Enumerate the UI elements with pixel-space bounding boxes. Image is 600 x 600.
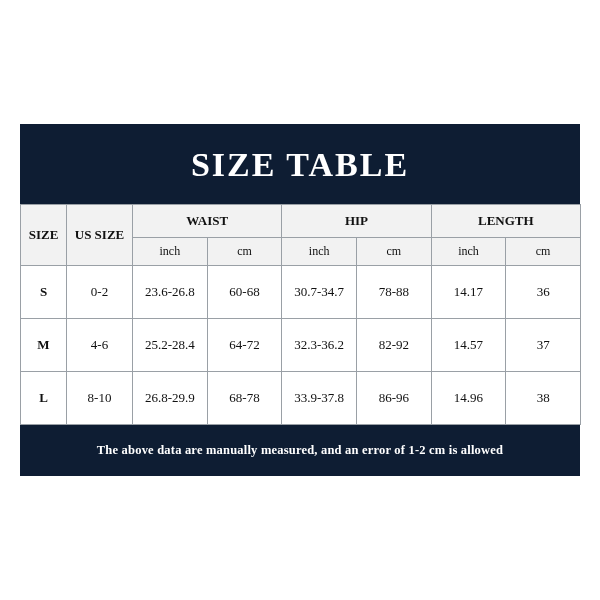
cell-len-cm: 36	[506, 266, 581, 319]
cell-us-size: 0-2	[67, 266, 133, 319]
cell-waist-in: 26.8-29.9	[133, 372, 208, 425]
header-waist: WAIST	[133, 205, 282, 238]
cell-waist-in: 25.2-28.4	[133, 319, 208, 372]
header-hip-cm: cm	[356, 238, 431, 266]
cell-waist-in: 23.6-26.8	[133, 266, 208, 319]
table-row: L 8-10 26.8-29.9 68-78 33.9-37.8 86-96 1…	[21, 372, 581, 425]
header-waist-cm: cm	[207, 238, 282, 266]
header-len-inch: inch	[431, 238, 506, 266]
footer-note: The above data are manually measured, an…	[20, 425, 580, 476]
header-waist-inch: inch	[133, 238, 208, 266]
table-row: S 0-2 23.6-26.8 60-68 30.7-34.7 78-88 14…	[21, 266, 581, 319]
title-bar: SIZE TABLE	[20, 124, 580, 204]
cell-waist-cm: 60-68	[207, 266, 282, 319]
cell-hip-in: 32.3-36.2	[282, 319, 357, 372]
header-us-size: US SIZE	[67, 205, 133, 266]
cell-len-in: 14.96	[431, 372, 506, 425]
cell-size: L	[21, 372, 67, 425]
cell-hip-in: 33.9-37.8	[282, 372, 357, 425]
cell-hip-cm: 78-88	[356, 266, 431, 319]
table-row: M 4-6 25.2-28.4 64-72 32.3-36.2 82-92 14…	[21, 319, 581, 372]
size-table: SIZE US SIZE WAIST HIP LENGTH inch cm in…	[20, 204, 581, 425]
cell-len-in: 14.17	[431, 266, 506, 319]
size-table-card: SIZE TABLE SIZE US SIZE WAIST HIP LENGTH…	[20, 124, 580, 476]
cell-hip-cm: 82-92	[356, 319, 431, 372]
cell-len-in: 14.57	[431, 319, 506, 372]
cell-hip-in: 30.7-34.7	[282, 266, 357, 319]
header-length: LENGTH	[431, 205, 580, 238]
cell-len-cm: 37	[506, 319, 581, 372]
cell-waist-cm: 68-78	[207, 372, 282, 425]
cell-us-size: 4-6	[67, 319, 133, 372]
header-len-cm: cm	[506, 238, 581, 266]
header-hip: HIP	[282, 205, 431, 238]
cell-us-size: 8-10	[67, 372, 133, 425]
cell-hip-cm: 86-96	[356, 372, 431, 425]
cell-size: M	[21, 319, 67, 372]
cell-size: S	[21, 266, 67, 319]
cell-len-cm: 38	[506, 372, 581, 425]
header-hip-inch: inch	[282, 238, 357, 266]
header-size: SIZE	[21, 205, 67, 266]
cell-waist-cm: 64-72	[207, 319, 282, 372]
